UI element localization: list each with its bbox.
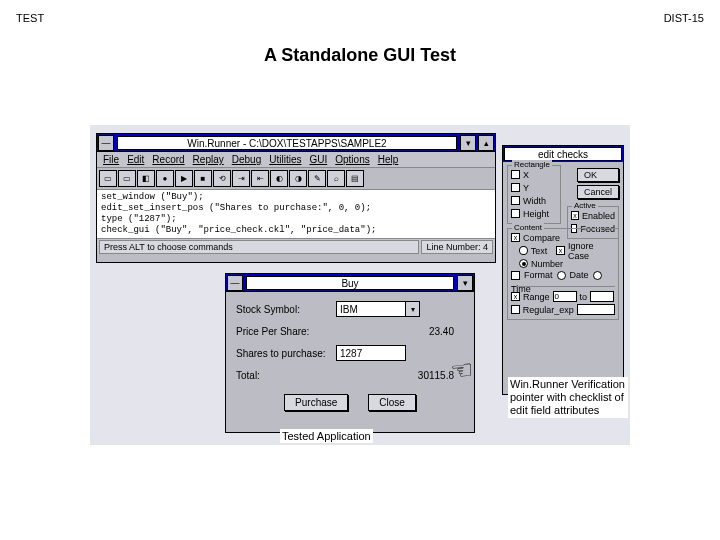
dropdown-icon[interactable]: ▾ xyxy=(406,301,420,317)
screenshot-canvas: — Win.Runner - C:\DOX\TESTAPPS\SAMPLE2 ▾… xyxy=(90,125,630,445)
toolbar-button[interactable]: ◧ xyxy=(137,170,155,187)
toolbar-button[interactable]: ● xyxy=(156,170,174,187)
shares-input[interactable]: 1287 xyxy=(336,345,406,361)
verification-caption: Win.Runner Verification pointer with che… xyxy=(508,377,628,418)
toolbar-button[interactable]: ◑ xyxy=(289,170,307,187)
toolbar-button[interactable]: ◐ xyxy=(270,170,288,187)
text-label: Text xyxy=(531,246,548,256)
menu-replay[interactable]: Replay xyxy=(193,154,224,165)
maximize-icon[interactable]: ▴ xyxy=(478,135,494,151)
winrunner-titlebar: — Win.Runner - C:\DOX\TESTAPPS\SAMPLE2 ▾… xyxy=(97,134,495,152)
buy-window: — Buy ▾ Stock Symbol: IBM ▾ Price Per Sh… xyxy=(225,273,475,433)
range-to-label: to xyxy=(580,292,588,302)
regex-input[interactable] xyxy=(577,304,615,315)
enabled-checkbox[interactable] xyxy=(571,211,579,220)
page-header-right: DIST-15 xyxy=(664,12,704,24)
content-group-label: Content xyxy=(512,223,544,232)
toolbar-button[interactable]: ▭ xyxy=(99,170,117,187)
y-checkbox[interactable] xyxy=(511,183,520,192)
height-label: Height xyxy=(523,209,549,219)
page-header-left: TEST xyxy=(16,12,44,24)
width-label: Width xyxy=(523,196,546,206)
regex-checkbox[interactable] xyxy=(511,305,520,314)
system-menu-icon[interactable]: — xyxy=(227,275,243,291)
stock-symbol-label: Stock Symbol: xyxy=(236,304,336,315)
winrunner-window: — Win.Runner - C:\DOX\TESTAPPS\SAMPLE2 ▾… xyxy=(96,133,496,263)
status-line-number: Line Number: 4 xyxy=(421,240,493,254)
price-label: Price Per Share: xyxy=(236,326,336,337)
winrunner-menubar: File Edit Record Replay Debug Utilities … xyxy=(97,152,495,168)
total-value: 30115.8 xyxy=(336,370,464,381)
ignore-case-label: Ignore Case xyxy=(568,241,615,261)
toolbar-button[interactable]: ▶ xyxy=(175,170,193,187)
active-group-label: Active xyxy=(572,201,598,210)
minimize-icon[interactable]: ▾ xyxy=(457,275,473,291)
minimize-icon[interactable]: ▾ xyxy=(460,135,476,151)
range-label: Range xyxy=(523,292,550,302)
x-checkbox[interactable] xyxy=(511,170,520,179)
page-title: A Standalone GUI Test xyxy=(0,45,720,66)
menu-gui[interactable]: GUI xyxy=(309,154,327,165)
format-checkbox[interactable] xyxy=(511,271,520,280)
compare-checkbox[interactable] xyxy=(511,233,520,242)
date-label: Date xyxy=(570,270,589,280)
menu-help[interactable]: Help xyxy=(378,154,399,165)
toolbar-button[interactable]: ⇤ xyxy=(251,170,269,187)
tested-application-caption: Tested Application xyxy=(280,429,373,443)
time-radio[interactable] xyxy=(593,271,602,280)
menu-record[interactable]: Record xyxy=(152,154,184,165)
enabled-label: Enabled xyxy=(582,211,615,221)
range-low-input[interactable]: 0 xyxy=(553,291,577,302)
y-label: Y xyxy=(523,183,529,193)
menu-edit[interactable]: Edit xyxy=(127,154,144,165)
purchase-button[interactable]: Purchase xyxy=(284,394,348,411)
menu-debug[interactable]: Debug xyxy=(232,154,261,165)
menu-utilities[interactable]: Utilities xyxy=(269,154,301,165)
shares-label: Shares to purchase: xyxy=(236,348,336,359)
compare-label: Compare xyxy=(523,233,560,243)
text-radio[interactable] xyxy=(519,246,528,255)
toolbar-button[interactable]: ⇥ xyxy=(232,170,250,187)
menu-file[interactable]: File xyxy=(103,154,119,165)
toolbar-button[interactable]: ⌕ xyxy=(327,170,345,187)
x-label: X xyxy=(523,170,529,180)
edit-checks-title: edit checks xyxy=(504,147,622,161)
winrunner-script-editor[interactable]: set_window ("Buy"); edit_set_insert_pos … xyxy=(97,190,495,238)
number-label: Number xyxy=(531,259,563,269)
date-radio[interactable] xyxy=(557,271,566,280)
pointer-hand-icon: ☜ xyxy=(449,354,475,387)
range-checkbox[interactable] xyxy=(511,292,520,301)
regex-label: Regular_exp xyxy=(523,305,574,315)
toolbar-button[interactable]: ▤ xyxy=(346,170,364,187)
range-high-input[interactable] xyxy=(590,291,614,302)
total-label: Total: xyxy=(236,370,336,381)
close-button[interactable]: Close xyxy=(368,394,416,411)
toolbar-button[interactable]: ✎ xyxy=(308,170,326,187)
winrunner-toolbar: ▭ ▭ ◧ ● ▶ ■ ⟲ ⇥ ⇤ ◐ ◑ ✎ ⌕ ▤ xyxy=(97,168,495,190)
winrunner-title-label: Win.Runner - C:\DOX\TESTAPPS\SAMPLE2 xyxy=(117,136,457,150)
edit-checks-window: edit checks OK Cancel Rectangle X Y Widt… xyxy=(502,145,624,395)
cancel-button[interactable]: Cancel xyxy=(577,185,619,199)
rectangle-group-label: Rectangle xyxy=(512,160,552,169)
width-checkbox[interactable] xyxy=(511,196,520,205)
stock-symbol-input[interactable]: IBM xyxy=(336,301,406,317)
buy-titlebar: — Buy ▾ xyxy=(226,274,474,292)
toolbar-button[interactable]: ■ xyxy=(194,170,212,187)
format-label: Format xyxy=(524,270,553,280)
ok-button[interactable]: OK xyxy=(577,168,619,182)
toolbar-button[interactable]: ⟲ xyxy=(213,170,231,187)
menu-options[interactable]: Options xyxy=(335,154,369,165)
price-value: 23.40 xyxy=(336,326,464,337)
status-message: Press ALT to choose commands xyxy=(99,240,419,254)
toolbar-button[interactable]: ▭ xyxy=(118,170,136,187)
number-radio[interactable] xyxy=(519,259,528,268)
ignore-case-checkbox[interactable] xyxy=(556,246,565,255)
winrunner-statusbar: Press ALT to choose commands Line Number… xyxy=(97,238,495,254)
system-menu-icon[interactable]: — xyxy=(98,135,114,151)
buy-title-label: Buy xyxy=(246,276,454,290)
height-checkbox[interactable] xyxy=(511,209,520,218)
